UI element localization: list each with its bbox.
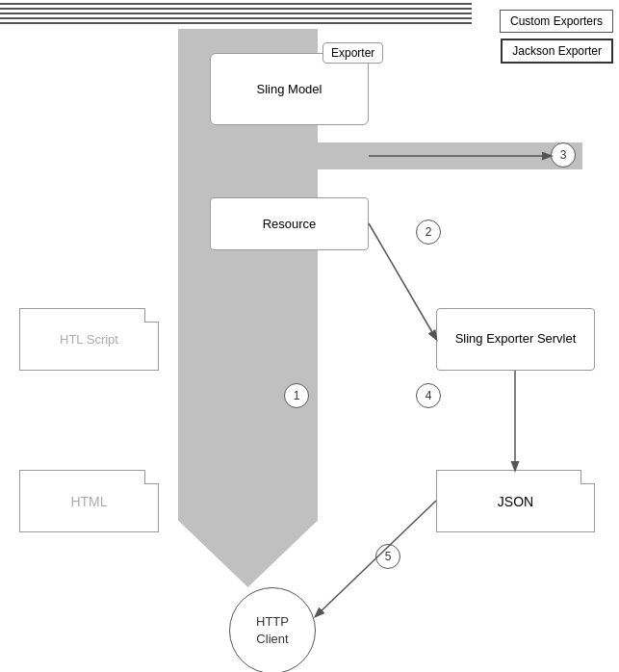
step-5-circle: 5 — [375, 544, 400, 569]
legend-jackson-exporter-label: Jackson Exporter — [512, 44, 602, 58]
resource-label: Resource — [263, 217, 317, 231]
htl-script-label: HTL Script — [60, 332, 118, 347]
sling-model-label: Sling Model — [257, 82, 322, 96]
exporter-tab: Exporter — [322, 42, 383, 64]
step-4-circle: 4 — [416, 383, 441, 408]
diagram-container: Custom Exporters Jackson Exporter Sling … — [0, 0, 619, 672]
resource-box: Resource — [210, 197, 369, 250]
step-3-circle: 3 — [551, 142, 576, 168]
html-label: HTML — [70, 494, 107, 509]
step-2-circle: 2 — [416, 220, 441, 245]
top-lines — [0, 0, 472, 29]
sling-exporter-servlet-box: Sling Exporter Servlet — [436, 308, 595, 371]
htl-script-box: HTL Script — [19, 308, 159, 371]
legend-custom-exporters-label: Custom Exporters — [510, 14, 603, 28]
json-box: JSON — [436, 470, 595, 532]
json-label: JSON — [498, 494, 533, 509]
sling-model-box: Sling Model — [210, 53, 369, 125]
html-box: HTML — [19, 470, 159, 532]
step-1-circle: 1 — [284, 383, 309, 408]
http-client-circle: HTTP Client — [229, 587, 316, 672]
http-client-label: HTTP Client — [256, 613, 289, 648]
flow-band-top — [178, 142, 582, 169]
legend-custom-exporters: Custom Exporters — [500, 10, 613, 33]
legend-jackson-exporter: Jackson Exporter — [501, 39, 613, 64]
exporter-label: Exporter — [331, 46, 374, 60]
sling-exporter-servlet-label: Sling Exporter Servlet — [455, 330, 577, 348]
